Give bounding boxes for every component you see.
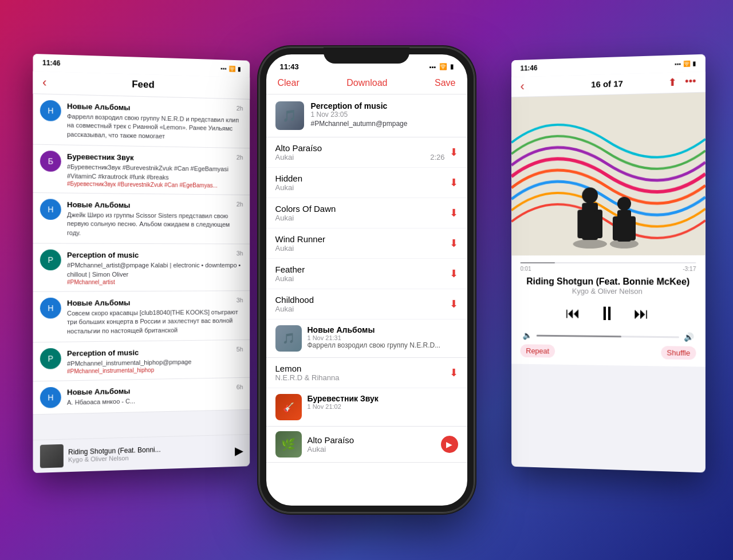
wifi-icon: 🛜 xyxy=(228,65,235,72)
song-meta-3: Aukai xyxy=(275,214,445,222)
right-extras: Repeat Shuffle xyxy=(521,344,696,360)
song-artist-2: Aukai xyxy=(275,183,294,192)
feed-title-5: Новые Альбомы xyxy=(67,298,130,307)
iphone-screen: 11:43 ▪▪▪ 🛜 ▮ Clear Download Save 🎵 xyxy=(266,54,467,506)
left-mini-player[interactable]: Riding Shotgun (Feat. Bonni... Kygo & Ol… xyxy=(33,434,250,473)
avatar-3: Н xyxy=(40,199,61,220)
right-battery-icon: ▮ xyxy=(692,60,696,66)
iphone-time: 11:43 xyxy=(280,62,299,71)
svg-rect-5 xyxy=(577,210,585,238)
right-status-time: 11:46 xyxy=(521,64,538,73)
feed-time-7: 6h xyxy=(237,384,243,391)
song-info-lemon: Lemon N.E.R.D & Rihanna xyxy=(275,364,445,382)
iphone-signal: ▪▪▪ xyxy=(429,64,436,70)
download-icon-5[interactable]: ⬇ xyxy=(450,267,458,280)
volume-high-icon: 🔊 xyxy=(684,332,693,341)
iphone-wifi: 🛜 xyxy=(439,63,447,70)
playing-play-button[interactable]: ▶ xyxy=(441,436,458,453)
channel-name-2: Буревестник Звук xyxy=(308,394,458,403)
feed-content-5: Новые Альбомы 3h Совсем скоро красавцы [… xyxy=(67,297,243,336)
repeat-button[interactable]: Repeat xyxy=(521,344,555,358)
prev-button[interactable]: ⏮ xyxy=(566,305,581,322)
song-artist-5: Aukai xyxy=(275,274,294,283)
right-back-icon[interactable]: ‹ xyxy=(521,79,525,94)
mini-player-artwork xyxy=(40,444,64,468)
song-info-5: Feather Aukai xyxy=(275,265,445,283)
center-iphone: 11:43 ▪▪▪ 🛜 ▮ Clear Download Save 🎵 xyxy=(259,48,474,512)
song-artist-1: Aukai xyxy=(275,153,294,161)
iphone-frame: 11:43 ▪▪▪ 🛜 ▮ Clear Download Save 🎵 xyxy=(259,48,474,512)
notification-artwork: 🎵 xyxy=(275,101,304,130)
feed-title-6: Perception of music xyxy=(67,348,139,358)
progress-current: 0:01 xyxy=(521,266,531,272)
feed-item-7: Н Новые Альбомы 6h А. Нбаоаса мнкоо - С.… xyxy=(33,378,250,415)
feed-title-4: Perception of music xyxy=(67,251,139,259)
right-artwork xyxy=(511,93,706,256)
song-row-1[interactable]: Alto Paraíso Aukai 2:26 ⬇ xyxy=(266,137,467,168)
signal-icon: ▪▪▪ xyxy=(220,65,226,72)
channel-date-1: 1 Nov 21:31 xyxy=(308,334,458,341)
volume-low-icon: 🔈 xyxy=(522,330,532,340)
playing-row[interactable]: 🌿 Alto Paraíso Aukai ▶ xyxy=(266,427,467,463)
song-info-3: Colors Of Dawn Aukai xyxy=(275,204,445,222)
next-button[interactable]: ⏭ xyxy=(634,305,649,322)
download-icon-1[interactable]: ⬇ xyxy=(450,146,458,159)
notification-channel: Perception of music xyxy=(311,101,458,111)
mini-player-info: Riding Shotgun (Feat. Bonni... Kygo & Ol… xyxy=(68,444,230,463)
left-status-time: 11:46 xyxy=(42,59,60,68)
svg-rect-10 xyxy=(629,216,636,240)
right-track-artist: Kygo & Oliver Nelson xyxy=(521,286,696,295)
save-button[interactable]: Save xyxy=(435,78,455,88)
download-icon-2[interactable]: ⬇ xyxy=(450,176,458,189)
progress-bar[interactable] xyxy=(521,262,696,263)
feed-title-3: Новые Альбомы xyxy=(67,200,130,210)
song-row-4[interactable]: Wind Runner Aukai ⬇ xyxy=(266,228,467,259)
volume-row: 🔈 🔊 xyxy=(521,330,696,341)
download-icon-3[interactable]: ⬇ xyxy=(450,207,458,219)
feed-text-7: А. Нбаоаса мнкоо - С... xyxy=(67,395,243,408)
iphone-notch xyxy=(324,48,409,64)
song-row-lemon[interactable]: Lemon N.E.R.D & Rihanna ⬇ xyxy=(266,358,467,388)
song-row-3[interactable]: Colors Of Dawn Aukai ⬇ xyxy=(266,198,467,228)
song-row-6[interactable]: Childhood Aukai ⬇ xyxy=(266,289,467,320)
download-icon-4[interactable]: ⬇ xyxy=(450,237,458,250)
avatar-1: Н xyxy=(40,100,61,121)
avatar-2: Б xyxy=(40,151,61,172)
channel-date-2: 1 Nov 21:02 xyxy=(308,403,458,410)
song-info-2: Hidden Aukai xyxy=(275,173,445,192)
shuffle-button[interactable]: Shuffle xyxy=(661,346,696,360)
right-share-icon[interactable]: ⬆ xyxy=(668,76,677,89)
download-button[interactable]: Download xyxy=(346,78,387,88)
iphone-nav: Clear Download Save xyxy=(266,74,467,94)
volume-bar[interactable] xyxy=(537,334,679,338)
right-wifi-icon: 🛜 xyxy=(683,60,690,67)
song-meta-2: Aukai xyxy=(275,183,445,192)
mini-play-button[interactable]: ▶ xyxy=(235,444,243,458)
download-icon-lemon[interactable]: ⬇ xyxy=(450,366,458,379)
feed-content-6: Perception of music 5h #PMchannel_instru… xyxy=(67,346,243,375)
feed-time-1: 2h xyxy=(237,105,243,112)
feed-content-3: Новые Альбомы 2h Джейк Широ из группы Sc… xyxy=(67,199,243,238)
iphone-scroll-content[interactable]: 🎵 Perception of music 1 Nov 23:05 #PMcha… xyxy=(266,94,467,495)
left-feed-list: Н Новые Альбомы 2h Фаррелл возродил свою… xyxy=(33,94,250,437)
song-row-5[interactable]: Feather Aukai ⬇ xyxy=(266,259,467,289)
song-meta-lemon: N.E.R.D & Rihanna xyxy=(275,373,445,382)
right-player-controls: 0:01 -3:17 Riding Shotgun (Feat. Bonnie … xyxy=(511,255,706,367)
download-icon-6[interactable]: ⬇ xyxy=(450,298,458,310)
feed-content-1: Новые Альбомы 2h Фаррелл возродил свою г… xyxy=(67,101,243,143)
svg-rect-9 xyxy=(613,216,620,240)
song-row-2[interactable]: Hidden Aukai ⬇ xyxy=(266,168,467,198)
right-more-icon[interactable]: ••• xyxy=(685,76,696,88)
left-back-icon[interactable]: ‹ xyxy=(42,75,47,90)
pause-button[interactable]: ⏸ xyxy=(597,302,617,325)
song-meta-4: Aukai xyxy=(275,244,445,253)
channel-info-1: Новые Альбомы 1 Nov 21:31 Фаррелл возрод… xyxy=(308,325,458,352)
notification-item[interactable]: 🎵 Perception of music 1 Nov 23:05 #PMcha… xyxy=(266,94,467,137)
feed-text-1: Фаррелл возродил свою группу N.E.R.D и п… xyxy=(67,112,243,142)
avatar-4: P xyxy=(40,250,61,271)
song-artist-3: Aukai xyxy=(275,214,294,222)
song-title-1: Alto Paraíso xyxy=(275,143,445,153)
channel-notif-1[interactable]: 🎵 Новые Альбомы 1 Nov 21:31 Фаррелл возр… xyxy=(266,320,467,358)
clear-button[interactable]: Clear xyxy=(278,78,299,88)
channel-notif-2[interactable]: 🎸 Буревестник Звук 1 Nov 21:02 xyxy=(266,388,467,427)
